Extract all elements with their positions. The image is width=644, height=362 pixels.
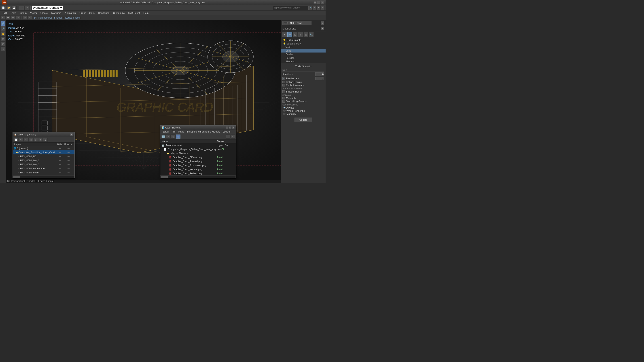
menu-animation[interactable]: Animation <box>63 11 78 15</box>
save-btn[interactable]: 💾 <box>12 5 16 10</box>
ts-isoline-checkbox[interactable] <box>282 81 285 83</box>
lt-link[interactable]: 🔗 <box>1 21 6 26</box>
search-option1[interactable]: ≡ <box>313 6 317 10</box>
asset-menu-server[interactable]: Server <box>161 130 170 133</box>
workspace-dropdown[interactable]: Workspace: Default <box>32 5 63 10</box>
menu-modifiers[interactable]: Modifiers <box>50 11 63 15</box>
object-name-input[interactable] <box>282 21 312 25</box>
app-logo[interactable]: 3ds <box>2 0 7 5</box>
panel-icon-utilities[interactable]: 🔧 <box>309 32 314 37</box>
tb2-snaps[interactable]: ⊞ <box>22 16 27 20</box>
mod-turbosmooth[interactable]: 💡 TurboSmooth <box>281 38 326 42</box>
layer-item-0[interactable]: 🌐 0 (default) — — <box>13 146 74 150</box>
layer-item-connectors[interactable]: ◾ RTX_4090_connectors — — <box>13 166 74 170</box>
menu-edit[interactable]: Edit <box>1 11 9 15</box>
ts-iterations-input[interactable] <box>315 72 324 76</box>
scrollbar-thumb[interactable] <box>14 176 20 178</box>
asset-tb-expand[interactable]: ≡ <box>166 134 170 139</box>
layers-close-button[interactable]: ✕ <box>70 133 73 136</box>
object-dropdown-btn[interactable]: ▼ <box>321 21 324 25</box>
layers-child[interactable]: ↓ <box>33 138 38 142</box>
mod-polygon[interactable]: Polygon <box>281 56 326 60</box>
layer-item-cgvc[interactable]: 📁 Computer_Graphics_Video_Card — — <box>13 150 74 154</box>
mod-element[interactable]: Element <box>281 60 326 63</box>
lt-pan[interactable]: ✋ <box>1 31 6 36</box>
panel-icon-display[interactable]: ◉ <box>304 32 308 37</box>
mod-editablepoly[interactable]: 💡 Editable Poly <box>281 42 326 45</box>
close-button[interactable]: ✕ <box>321 1 324 4</box>
layers-add-selected[interactable]: + <box>24 138 28 142</box>
layers-scrollbar[interactable] <box>13 175 74 178</box>
panel-icon-create[interactable]: ✦ <box>282 32 287 37</box>
ts-when-rendering-radio[interactable] <box>283 110 286 112</box>
search-help[interactable]: ? <box>321 6 325 10</box>
viewport[interactable]: GRAPHIC CARD X Y Z Total Polys: 174 694 … <box>6 20 281 183</box>
panel-icon-modify[interactable]: ⟲ <box>287 32 292 37</box>
tb2-angle[interactable]: ∠ <box>28 16 32 20</box>
asset-menu-options[interactable]: Options <box>222 130 232 133</box>
asset-maps-folder[interactable]: 📁 Maps / Shaders <box>160 151 236 155</box>
asset-tb-collapse[interactable]: ⊟ <box>171 134 176 139</box>
lt-zoom[interactable]: 🔎 <box>1 26 6 31</box>
ts-smoothing-groups-checkbox[interactable] <box>282 100 285 103</box>
mod-border[interactable]: Border <box>281 52 326 56</box>
asset-tb-reload[interactable]: 🔄 <box>161 134 166 139</box>
asset-glossiness[interactable]: 🖼 Graphic_Card_Glossiness.png Found <box>160 163 236 167</box>
asset-normal[interactable]: 🖼 Graphic_Card_Normal.png Found <box>160 167 236 171</box>
layers-select-in[interactable]: ◻ <box>28 138 33 142</box>
panel-icon-hierarchy[interactable]: ⊞ <box>293 32 298 37</box>
maximize-button[interactable]: □ <box>317 1 320 4</box>
asset-fresnel[interactable]: 🖼 Graphic_Card_Fresnel.png Found <box>160 159 236 163</box>
layer-item-fan1[interactable]: ◾ RTX_4090_fan_1 — — <box>13 158 74 162</box>
ts-update-button[interactable]: Update <box>294 117 312 122</box>
ts-materials-checkbox[interactable] <box>282 97 285 99</box>
menu-create[interactable]: Create <box>38 11 50 15</box>
asset-tb-view[interactable]: ⊞ <box>176 134 180 139</box>
tb2-select[interactable]: ↖ <box>1 16 5 20</box>
asset-close[interactable]: ✕ <box>232 126 234 129</box>
menu-help[interactable]: Help <box>142 11 150 15</box>
lt-orbit[interactable]: ⟳ <box>1 36 6 41</box>
ts-render-iters-checkbox[interactable] <box>282 77 285 80</box>
mod-vertex[interactable]: Vertex <box>281 45 326 49</box>
asset-tb-close[interactable]: ✕ <box>230 134 235 139</box>
ts-render-iters-input[interactable] <box>315 77 324 80</box>
mod-edge[interactable]: Edge <box>281 49 326 52</box>
asset-restore[interactable]: □ <box>229 126 232 129</box>
layers-options[interactable]: ⚙ <box>43 138 48 142</box>
asset-tb-help[interactable]: ? <box>226 134 230 139</box>
ts-explicit-checkbox[interactable] <box>282 84 285 86</box>
minimize-button[interactable]: ─ <box>314 1 317 4</box>
menu-group[interactable]: Group <box>18 11 28 15</box>
layer-item-cgvc2[interactable]: ◾ Computer_Graphics_Video_Card — — <box>13 175 74 175</box>
asset-diffuse[interactable]: 🖼 Graphic_Card_Diffuse.png Found <box>160 155 236 159</box>
panel-icon-motion[interactable]: ▷ <box>298 32 303 37</box>
layers-new[interactable]: 📄 <box>14 138 18 142</box>
search-option2[interactable]: ▼ <box>317 6 321 10</box>
lt-field[interactable]: ⊡ <box>1 41 6 46</box>
layer-item-pci[interactable]: ◾ RTX_4090_PCI — — <box>13 154 74 158</box>
asset-scrollbar-thumb[interactable] <box>161 176 168 178</box>
ts-manually-radio[interactable] <box>283 113 286 115</box>
asset-max-file[interactable]: 📄 Computer_Graphics_Video_Card_max_vray.… <box>160 147 236 151</box>
ts-smooth-result-checkbox[interactable] <box>282 90 285 93</box>
asset-scrollbar-track[interactable] <box>161 176 236 178</box>
asset-menu-bitmap[interactable]: Bitmap Performance and Memory <box>185 130 222 133</box>
menu-tools[interactable]: Tools <box>9 11 18 15</box>
menu-views[interactable]: Views <box>28 11 38 15</box>
open-btn[interactable]: 📂 <box>6 5 11 10</box>
menu-rendering[interactable]: Rendering <box>96 11 111 15</box>
asset-menu-paths[interactable]: Paths <box>177 130 185 133</box>
tb2-move[interactable]: ✚ <box>6 16 10 20</box>
tb2-rotate[interactable]: ↻ <box>11 16 15 20</box>
asset-menu-file[interactable]: File <box>170 130 177 133</box>
layers-parent[interactable]: ↑ <box>38 138 43 142</box>
new-btn[interactable]: 📄 <box>1 5 6 10</box>
redo-btn[interactable]: ↪ <box>24 5 29 10</box>
asset-reflect[interactable]: 🖼 Graphic_Card_Reflect.png Found <box>160 171 236 175</box>
asset-scrollbar[interactable] <box>160 175 236 178</box>
ts-always-radio[interactable] <box>283 107 286 109</box>
undo-btn[interactable]: ↩ <box>19 5 24 10</box>
modifier-list-dropdown[interactable]: ▼ <box>321 27 324 30</box>
layer-item-fan2[interactable]: ◾ RTX_4090_fan_2 — — <box>13 162 74 166</box>
